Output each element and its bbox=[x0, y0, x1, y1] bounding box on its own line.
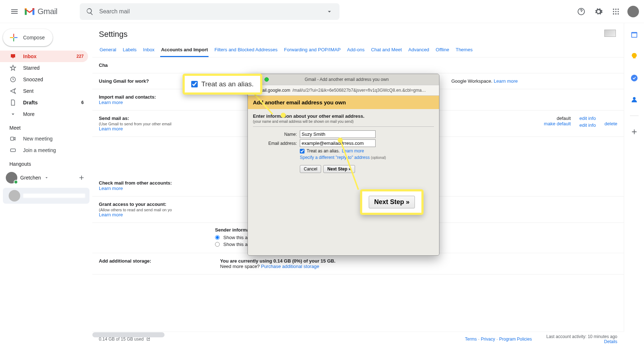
user-avatar bbox=[6, 172, 17, 183]
hangouts-current-user[interactable]: Gretchen bbox=[0, 169, 92, 186]
optional-text: (optional) bbox=[371, 156, 386, 160]
calendar-addon-button[interactable] bbox=[626, 27, 642, 43]
account-avatar[interactable] bbox=[627, 6, 639, 17]
row-add-storage: Add additional storage: You are currentl… bbox=[92, 253, 624, 274]
edit-info-link[interactable]: edit info bbox=[579, 122, 596, 128]
sidebar-item-drafts[interactable]: Drafts 6 bbox=[0, 97, 88, 108]
hangouts-chat-item[interactable] bbox=[3, 188, 89, 204]
dialog-heading: Add another email address you own bbox=[248, 96, 439, 109]
tab-chat-meet[interactable]: Chat and Meet bbox=[370, 43, 402, 57]
keyboard-icon bbox=[9, 147, 17, 153]
dialog-body: Enter information about your other email… bbox=[248, 109, 439, 255]
email-label: Email address: bbox=[253, 141, 297, 146]
tab-themes[interactable]: Themes bbox=[455, 43, 473, 57]
svg-point-2 bbox=[615, 8, 617, 10]
sidebar-item-snoozed[interactable]: Snoozed bbox=[0, 74, 88, 85]
learn-more-link[interactable]: Learn more bbox=[494, 78, 518, 84]
row-sublabel: (Use Gmail to send from your other email bbox=[99, 122, 214, 126]
search-container bbox=[80, 3, 339, 20]
name-input[interactable] bbox=[300, 130, 376, 138]
gear-icon bbox=[594, 7, 603, 16]
svg-point-8 bbox=[615, 13, 617, 14]
contacts-addon-button[interactable] bbox=[626, 92, 642, 108]
sidebar-item-sent[interactable]: Sent bbox=[0, 85, 88, 97]
learn-more-link[interactable]: Learn more bbox=[99, 100, 123, 105]
tasks-addon-button[interactable] bbox=[626, 70, 642, 86]
app-header: Gmail bbox=[0, 0, 644, 23]
tab-offline[interactable]: Offline bbox=[435, 43, 450, 57]
svg-point-1 bbox=[613, 8, 614, 10]
apps-button[interactable] bbox=[608, 4, 624, 20]
compose-button[interactable]: Compose bbox=[3, 29, 53, 46]
alias-checkbox-label: Treat as an alias. bbox=[307, 148, 340, 153]
support-button[interactable] bbox=[573, 4, 589, 20]
dialog-urlbar: mail.google.com/mail/u/2/?ui=2&ik=6e5068… bbox=[248, 85, 439, 96]
sidebar-item-inbox[interactable]: Inbox 227 bbox=[0, 51, 88, 62]
sidebar: Compose Inbox 227 Starred Snoozed Sent bbox=[0, 23, 92, 332]
add-contact-button[interactable] bbox=[75, 171, 88, 184]
svg-point-6 bbox=[618, 11, 619, 12]
learn-more-link[interactable]: Learn more bbox=[99, 212, 123, 217]
contact-avatar bbox=[9, 190, 20, 202]
compose-label: Compose bbox=[23, 35, 45, 40]
dialog-buttons: Cancel Next Step » bbox=[300, 165, 434, 173]
gmail-icon bbox=[24, 7, 35, 16]
tab-inbox[interactable]: Inbox bbox=[143, 43, 155, 57]
search-bar[interactable] bbox=[80, 3, 339, 20]
search-input[interactable] bbox=[97, 8, 322, 15]
hangouts-username: Gretchen bbox=[20, 175, 41, 181]
learn-more-link[interactable]: Learn more bbox=[99, 186, 123, 191]
contacts-icon bbox=[630, 96, 638, 104]
keep-icon bbox=[630, 52, 638, 60]
specify-replyto-link[interactable]: Specify a different "reply-to" address bbox=[300, 155, 370, 160]
main-menu-button[interactable] bbox=[6, 3, 23, 20]
learn-more-link[interactable]: Learn more bbox=[99, 126, 123, 131]
callout-treat-as-alias: Treat as an alias. bbox=[183, 74, 262, 95]
row-sublabel: (Allow others to read and send mail on y… bbox=[99, 208, 214, 212]
edit-info-link[interactable]: edit info bbox=[579, 116, 596, 121]
drafts-icon bbox=[9, 99, 17, 106]
keep-addon-button[interactable] bbox=[626, 48, 642, 64]
tab-forwarding[interactable]: Forwarding and POP/IMAP bbox=[283, 43, 341, 57]
sender-radio2-input[interactable] bbox=[215, 242, 220, 247]
window-maximize-icon[interactable] bbox=[264, 77, 269, 82]
make-default-link[interactable]: make default bbox=[523, 121, 571, 126]
row-label: Cha bbox=[99, 62, 214, 68]
purchase-storage-link[interactable]: Purchase additional storage bbox=[261, 264, 319, 269]
page-title: Settings bbox=[92, 23, 624, 43]
sent-icon bbox=[9, 88, 17, 94]
nextstep-callout-button: Next Step » bbox=[369, 196, 415, 208]
alias-callout-checkbox bbox=[191, 81, 198, 87]
sidebar-item-more[interactable]: More bbox=[0, 108, 88, 120]
row-label: Grant access to your account: bbox=[99, 202, 214, 207]
tab-labels[interactable]: Labels bbox=[122, 43, 137, 57]
search-icon[interactable] bbox=[83, 4, 97, 19]
meet-join-meeting[interactable]: Join a meeting bbox=[0, 144, 92, 156]
search-options-icon[interactable] bbox=[322, 4, 337, 19]
sender-radio1-input[interactable] bbox=[215, 235, 220, 240]
tab-advanced[interactable]: Advanced bbox=[408, 43, 430, 57]
dialog-titlebar[interactable]: Gmail - Add another email address you ow… bbox=[248, 74, 439, 85]
meet-new-meeting[interactable]: New meeting bbox=[0, 133, 92, 144]
settings-button[interactable] bbox=[591, 4, 606, 20]
chevron-down-icon[interactable] bbox=[44, 175, 49, 180]
tab-filters[interactable]: Filters and Blocked Addresses bbox=[214, 43, 278, 57]
alias-checkbox[interactable] bbox=[300, 149, 305, 153]
delete-link[interactable]: delete bbox=[605, 121, 617, 126]
cancel-button[interactable]: Cancel bbox=[300, 165, 321, 173]
svg-point-4 bbox=[613, 11, 614, 12]
get-addons-button[interactable] bbox=[626, 124, 642, 140]
compose-plus-icon bbox=[9, 33, 19, 43]
calendar-icon bbox=[630, 31, 638, 39]
tab-accounts-import[interactable]: Accounts and Import bbox=[160, 43, 209, 57]
input-tools-button[interactable] bbox=[604, 30, 616, 37]
tab-addons[interactable]: Add-ons bbox=[346, 43, 365, 57]
sidebar-item-starred[interactable]: Starred bbox=[0, 62, 88, 74]
tab-general[interactable]: General bbox=[99, 43, 117, 57]
gmail-logo[interactable]: Gmail bbox=[24, 7, 57, 16]
alias-checkbox-row[interactable]: Treat as an alias. Learn more bbox=[300, 148, 434, 153]
dialog-window-title: Gmail - Add another email address you ow… bbox=[269, 77, 439, 82]
settings-tabs: General Labels Inbox Accounts and Import… bbox=[92, 43, 624, 57]
inbox-icon bbox=[9, 53, 17, 60]
name-label: Name: bbox=[253, 132, 297, 137]
